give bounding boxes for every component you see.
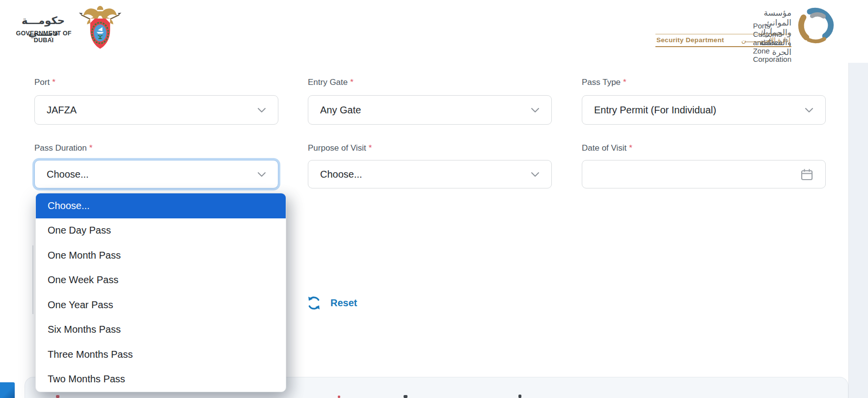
chevron-down-icon xyxy=(257,172,266,177)
calendar-icon[interactable] xyxy=(800,168,814,181)
dropdown-option[interactable]: One Year Pass xyxy=(36,292,286,318)
pass-duration-select[interactable]: Choose... xyxy=(34,160,278,188)
required-asterisk: * xyxy=(350,78,353,87)
dubai-emblem-icon xyxy=(78,3,123,53)
purpose-of-visit-label: Purpose of Visit* xyxy=(308,143,372,153)
pass-type-select[interactable]: Entry Permit (For Individual) xyxy=(582,95,826,125)
purpose-of-visit-select-value: Choose... xyxy=(320,169,525,180)
chat-widget-button[interactable] xyxy=(0,382,15,398)
chevron-down-icon xyxy=(531,107,540,113)
chevron-down-icon xyxy=(257,107,266,113)
clipped-text-fragment xyxy=(338,396,340,398)
required-asterisk: * xyxy=(89,143,93,153)
page-header: حكومـــة دبـــي GOVERNMENT OF DUBAI م xyxy=(0,0,868,64)
date-of-visit-input[interactable] xyxy=(582,160,826,188)
security-department-english: Security Department xyxy=(656,36,724,44)
dropdown-option[interactable]: Three Months Pass xyxy=(36,342,286,367)
dropdown-option[interactable]: One Day Pass xyxy=(36,218,286,243)
entry-permit-page: حكومـــة دبـــي GOVERNMENT OF DUBAI م xyxy=(0,0,868,398)
obscured-field-edge xyxy=(32,245,33,314)
pcfc-globe-icon xyxy=(796,5,837,46)
entry-gate-select[interactable]: Any Gate xyxy=(308,95,552,125)
clipped-text-fragment xyxy=(518,395,521,398)
entry-gate-select-value: Any Gate xyxy=(320,105,525,116)
reset-icon xyxy=(306,295,322,311)
dropdown-option[interactable]: Six Months Pass xyxy=(36,318,286,343)
security-department-arabic: إدارة الأمـــــــــــن xyxy=(741,36,790,44)
pass-type-select-value: Entry Permit (For Individual) xyxy=(594,105,799,116)
entry-gate-label: Entry Gate* xyxy=(308,78,353,87)
security-department-banner: Security Department إدارة الأمــــــــــ… xyxy=(655,34,791,47)
dropdown-option[interactable]: One Month Pass xyxy=(36,243,286,268)
chevron-down-icon xyxy=(805,107,814,113)
port-select-value: JAFZA xyxy=(47,105,251,116)
required-asterisk: * xyxy=(369,143,372,153)
pass-duration-label: Pass Duration* xyxy=(34,143,92,153)
port-select[interactable]: JAFZA xyxy=(34,95,278,125)
page-gutter xyxy=(848,63,868,398)
pass-duration-dropdown-menu: Choose... One Day Pass One Month Pass On… xyxy=(35,193,286,392)
dropdown-option[interactable]: Two Months Pass xyxy=(36,367,286,392)
date-of-visit-label: Date of Visit* xyxy=(582,143,632,153)
reset-button[interactable]: Reset xyxy=(304,293,359,313)
required-asterisk: * xyxy=(629,143,632,153)
purpose-of-visit-select[interactable]: Choose... xyxy=(308,160,552,188)
clipped-text-fragment xyxy=(56,395,59,398)
required-asterisk: * xyxy=(52,78,55,87)
reset-button-label: Reset xyxy=(330,297,357,309)
dropdown-option-selected[interactable]: Choose... xyxy=(36,193,286,218)
pass-duration-select-value: Choose... xyxy=(47,169,251,180)
port-label: Port* xyxy=(34,78,55,87)
clipped-text-fragment xyxy=(404,395,407,398)
chevron-down-icon xyxy=(531,172,540,177)
government-logo-english: GOVERNMENT OF DUBAI xyxy=(11,30,76,44)
pass-type-label: Pass Type* xyxy=(582,78,626,87)
dropdown-option[interactable]: One Week Pass xyxy=(36,268,286,293)
required-asterisk: * xyxy=(623,78,626,87)
